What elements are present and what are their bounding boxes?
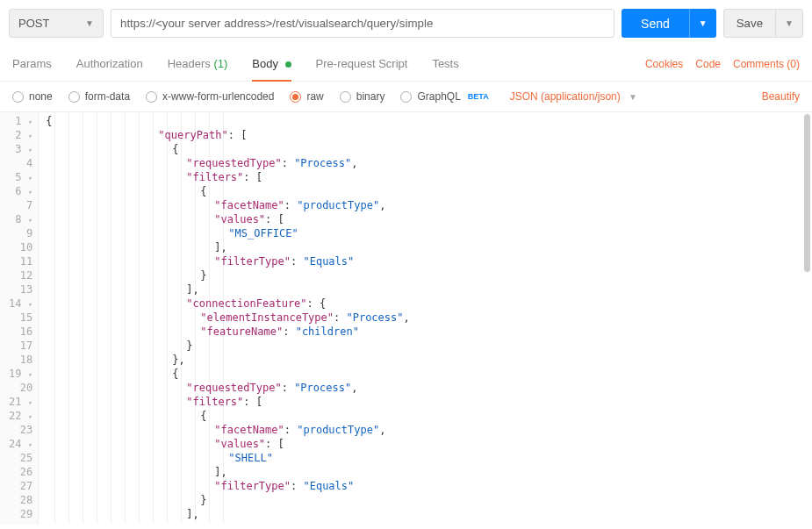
code-line: { xyxy=(46,114,812,128)
content-type-select[interactable]: JSON (application/json) ▼ xyxy=(510,90,637,103)
body-type-binary[interactable]: binary xyxy=(340,90,385,103)
code-line: "facetName": "productType", xyxy=(46,423,812,437)
chevron-down-icon: ▼ xyxy=(629,92,637,102)
code-line: "values": [ xyxy=(46,212,812,226)
tab-body[interactable]: Body xyxy=(252,46,291,81)
code-line: }, xyxy=(46,353,812,367)
code-line: { xyxy=(46,367,812,381)
code-line: "connectionFeature": { xyxy=(46,297,812,311)
beautify-button[interactable]: Beautify xyxy=(762,90,800,103)
send-dropdown-button[interactable]: ▼ xyxy=(689,9,716,38)
code-line: "filterType": "Equals" xyxy=(46,479,812,493)
code-line: { xyxy=(46,184,812,198)
tab-prerequest-script[interactable]: Pre-request Script xyxy=(316,46,408,81)
code-line: } xyxy=(46,268,812,282)
url-input[interactable] xyxy=(111,9,614,38)
code-line: "MS_OFFICE" xyxy=(46,226,812,240)
code-line: ], xyxy=(46,240,812,254)
tab-authorization[interactable]: Authorization xyxy=(76,46,143,81)
code-line: "filters": [ xyxy=(46,170,812,184)
code-line: "values": [ xyxy=(46,437,812,451)
http-method-select[interactable]: POST ▼ xyxy=(9,9,104,38)
code-line: ], xyxy=(46,507,812,521)
vertical-scrollbar[interactable] xyxy=(804,114,810,272)
send-button[interactable]: Send xyxy=(622,9,689,38)
body-type-none[interactable]: none xyxy=(12,90,53,103)
code-line: { xyxy=(46,409,812,423)
code-line: "filters": [ xyxy=(46,395,812,409)
code-line: } xyxy=(46,493,812,507)
code-line: "elementInstanceType": "Process", xyxy=(46,311,812,325)
chevron-down-icon: ▼ xyxy=(85,18,94,28)
save-button[interactable]: Save xyxy=(723,9,776,38)
code-line: "filterType": "Equals" xyxy=(46,254,812,268)
editor-gutter: 1 ▾2 ▾3 ▾45 ▾6 ▾78 ▾91011121314 ▾1516171… xyxy=(0,112,39,525)
body-active-dot-icon xyxy=(285,61,291,68)
code-line: } xyxy=(46,339,812,353)
cookies-link[interactable]: Cookies xyxy=(645,58,683,70)
code-line: "requestedType": "Process", xyxy=(46,381,812,395)
code-line: "queryPath": [ xyxy=(46,128,812,142)
comments-link[interactable]: Comments (0) xyxy=(733,58,800,70)
save-dropdown-button[interactable]: ▼ xyxy=(776,9,803,38)
code-line: "featureName": "children" xyxy=(46,325,812,339)
code-line: "SHELL" xyxy=(46,451,812,465)
code-line: ], xyxy=(46,282,812,297)
tab-params[interactable]: Params xyxy=(12,46,52,81)
body-type-raw[interactable]: raw xyxy=(290,90,323,103)
code-link[interactable]: Code xyxy=(695,58,721,70)
code-line: "facetName": "productType", xyxy=(46,198,812,212)
tab-headers[interactable]: Headers (1) xyxy=(168,46,228,81)
code-line: "requestedType": "Process", xyxy=(46,156,812,170)
body-type-xwww[interactable]: x-www-form-urlencoded xyxy=(146,90,274,103)
body-type-formdata[interactable]: form-data xyxy=(68,90,130,103)
body-editor[interactable]: 1 ▾2 ▾3 ▾45 ▾6 ▾78 ▾91011121314 ▾1516171… xyxy=(0,112,812,525)
tab-tests[interactable]: Tests xyxy=(432,46,458,81)
body-type-graphql[interactable]: GraphQLBETA xyxy=(400,90,488,103)
code-line: ], xyxy=(46,465,812,479)
code-line: { xyxy=(46,142,812,156)
editor-code[interactable]: {"queryPath": [{"requestedType": "Proces… xyxy=(39,112,812,523)
http-method-value: POST xyxy=(18,17,49,30)
